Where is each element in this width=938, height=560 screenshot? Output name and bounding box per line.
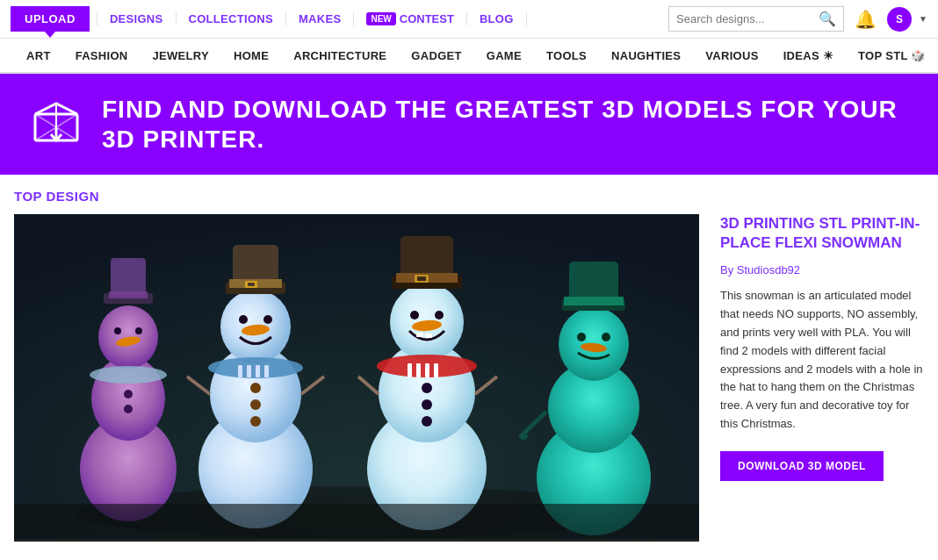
chevron-down-icon[interactable]: ▼ <box>919 14 927 24</box>
cat-naughties[interactable]: NAUGHTIES <box>599 49 693 62</box>
svg-rect-28 <box>238 365 242 377</box>
svg-point-35 <box>250 383 261 393</box>
svg-rect-55 <box>416 333 423 337</box>
main-content: TOP DESIGN <box>0 175 938 542</box>
svg-point-54 <box>435 311 444 319</box>
notification-icon[interactable]: 🔔 <box>855 9 877 30</box>
svg-point-53 <box>410 311 419 319</box>
featured-image <box>14 214 699 542</box>
cat-top-stl[interactable]: TOP STL 🎲 <box>846 49 938 62</box>
author-link[interactable]: Studiosdb92 <box>737 263 800 276</box>
nav-designs[interactable]: DESIGNS <box>97 12 177 25</box>
hero-logo-icon <box>28 97 84 153</box>
download-button[interactable]: DOWNLOAD 3D MODEL <box>720 451 884 481</box>
nav-links: DESIGNS COLLECTIONS MAKES NEW CONTEST BL… <box>97 12 668 25</box>
search-input[interactable] <box>676 12 819 25</box>
svg-point-18 <box>124 405 133 413</box>
new-badge: NEW <box>366 12 395 25</box>
cat-fashion[interactable]: FASHION <box>63 49 141 62</box>
svg-rect-26 <box>248 283 255 286</box>
svg-rect-50 <box>416 363 421 377</box>
svg-rect-29 <box>247 365 251 377</box>
upload-button[interactable]: UPLOAD <box>11 6 90 32</box>
cat-jewelry[interactable]: JEWELRY <box>141 49 221 62</box>
svg-rect-30 <box>256 365 260 377</box>
svg-rect-12 <box>109 291 148 298</box>
svg-point-70 <box>602 333 610 341</box>
design-author: By Studiosdb92 <box>720 263 924 276</box>
svg-point-14 <box>114 327 121 334</box>
svg-point-33 <box>263 315 272 324</box>
svg-rect-56 <box>425 334 432 338</box>
svg-point-17 <box>124 390 133 398</box>
top-nav: UPLOAD DESIGNS COLLECTIONS MAKES NEW CON… <box>0 0 938 39</box>
svg-rect-51 <box>425 363 429 377</box>
svg-point-37 <box>250 416 261 427</box>
cat-home[interactable]: HOME <box>221 49 281 62</box>
svg-rect-52 <box>434 363 438 377</box>
svg-rect-47 <box>417 276 426 281</box>
svg-point-69 <box>577 333 586 341</box>
search-area: 🔍 🔔 S ▼ <box>668 6 927 32</box>
svg-rect-44 <box>400 236 453 277</box>
hero-banner: FIND AND DOWNLOAD THE GREATEST 3D MODELS… <box>0 74 938 175</box>
nav-makes[interactable]: MAKES <box>286 12 354 25</box>
svg-point-36 <box>250 399 261 410</box>
svg-rect-11 <box>111 258 146 295</box>
svg-point-32 <box>239 315 248 324</box>
cat-gadget[interactable]: GADGET <box>399 49 473 62</box>
author-label: By <box>720 263 733 276</box>
hero-tagline: FIND AND DOWNLOAD THE GREATEST 3D MODELS… <box>102 95 910 154</box>
svg-rect-23 <box>233 245 278 284</box>
design-description: This snowman is an articulated model tha… <box>720 287 924 433</box>
avatar[interactable]: S <box>887 7 912 32</box>
svg-point-59 <box>422 399 432 410</box>
svg-rect-74 <box>14 504 699 539</box>
category-nav: ART FASHION JEWELRY HOME ARCHITECTURE GA… <box>0 39 938 74</box>
featured-info: 3D PRINTING STL PRINT-IN-PLACE FLEXI SNO… <box>720 214 924 542</box>
svg-point-15 <box>135 327 142 334</box>
cat-various[interactable]: VARIOUS <box>693 49 770 62</box>
svg-point-13 <box>90 366 167 384</box>
svg-rect-49 <box>408 363 412 377</box>
nav-collections[interactable]: COLLECTIONS <box>177 12 286 25</box>
search-icon: 🔍 <box>819 11 836 26</box>
cat-game[interactable]: GAME <box>474 49 534 62</box>
svg-point-73 <box>519 433 528 440</box>
snowman-image <box>14 214 699 539</box>
svg-rect-67 <box>569 262 618 301</box>
design-title[interactable]: 3D PRINTING STL PRINT-IN-PLACE FLEXI SNO… <box>720 214 924 253</box>
cat-architecture[interactable]: ARCHITECTURE <box>281 49 399 62</box>
svg-rect-31 <box>264 365 269 377</box>
svg-rect-68 <box>564 297 624 305</box>
cat-ideas[interactable]: IDEAS ☀ <box>771 49 846 62</box>
search-icon-button[interactable]: 🔍 <box>819 11 836 27</box>
svg-point-58 <box>422 383 432 393</box>
nav-contest-label: CONTEST <box>400 12 454 25</box>
cat-tools[interactable]: TOOLS <box>534 49 599 62</box>
cat-art[interactable]: ART <box>14 49 63 62</box>
nav-blog[interactable]: BLOG <box>467 12 527 25</box>
featured-row: 3D PRINTING STL PRINT-IN-PLACE FLEXI SNO… <box>14 214 924 542</box>
svg-point-60 <box>422 416 432 427</box>
section-title: TOP DESIGN <box>14 189 924 204</box>
search-box: 🔍 <box>668 6 844 32</box>
nav-contest[interactable]: NEW CONTEST <box>354 12 466 25</box>
